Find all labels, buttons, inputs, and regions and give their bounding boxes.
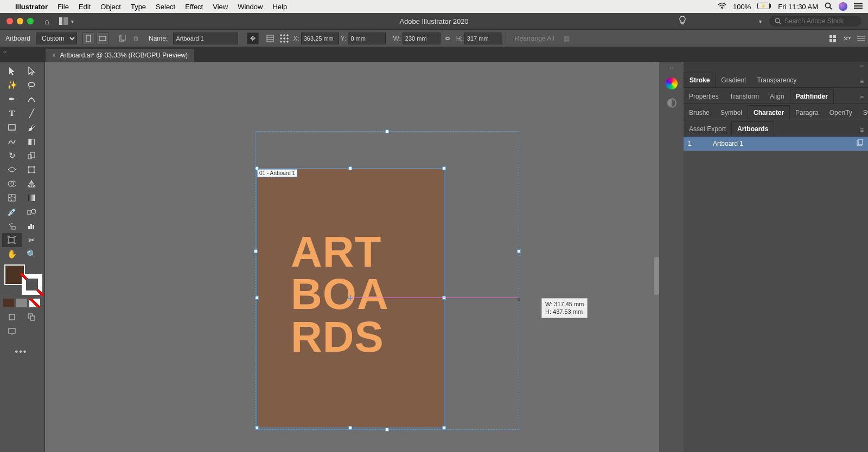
- hand-tool[interactable]: ✋: [2, 247, 22, 261]
- tab-align[interactable]: Align: [764, 89, 790, 104]
- tab-transform[interactable]: Transform: [724, 89, 764, 104]
- tab-symbols[interactable]: Symbol: [715, 105, 748, 120]
- canvas-scrollbar-thumb[interactable]: [654, 257, 659, 295]
- artboard-preset-select[interactable]: Custom: [36, 33, 77, 44]
- align-pixel-grid-icon[interactable]: [827, 33, 839, 44]
- rotate-tool[interactable]: ↻: [2, 148, 22, 163]
- gradient-mode-button[interactable]: [16, 299, 27, 307]
- menu-object[interactable]: Object: [100, 3, 121, 11]
- tab-artboards[interactable]: Artboards: [731, 121, 774, 136]
- stroke-swatch[interactable]: [22, 274, 42, 295]
- menu-file[interactable]: File: [58, 3, 69, 11]
- new-artboard-button[interactable]: [116, 33, 128, 44]
- panel-menu-icon[interactable]: ≡: [856, 92, 868, 104]
- x-input[interactable]: [301, 33, 339, 44]
- menu-effect[interactable]: Effect: [185, 3, 203, 11]
- color-panel-icon[interactable]: [665, 76, 679, 91]
- artboard-tool[interactable]: [2, 233, 22, 247]
- tab-stroke[interactable]: Stroke: [684, 73, 716, 87]
- y-input[interactable]: [348, 33, 386, 44]
- tab-paragraph[interactable]: Paragra: [790, 105, 824, 120]
- close-window-button[interactable]: [7, 18, 13, 24]
- blend-tool[interactable]: [22, 205, 41, 219]
- slice-tool[interactable]: ✂: [22, 233, 41, 247]
- close-tab-icon[interactable]: ×: [52, 52, 55, 59]
- panels-collapse-icon[interactable]: ››: [684, 62, 868, 72]
- fill-stroke-swatches[interactable]: [4, 264, 42, 295]
- none-mode-button[interactable]: [29, 299, 40, 307]
- color-guide-panel-icon[interactable]: [665, 96, 679, 110]
- minimize-window-button[interactable]: [17, 18, 23, 24]
- fullscreen-window-button[interactable]: [27, 18, 34, 24]
- lasso-tool[interactable]: [22, 78, 41, 92]
- tab-opentype[interactable]: OpenTy: [824, 105, 858, 120]
- discover-icon[interactable]: [678, 16, 687, 27]
- reference-point-button[interactable]: [278, 33, 290, 44]
- zoom-tool[interactable]: 🔍: [22, 247, 41, 261]
- arrange-chevron-icon[interactable]: ▾: [71, 18, 74, 24]
- stock-search[interactable]: [769, 16, 861, 27]
- delete-artboard-button[interactable]: 🗑: [130, 33, 142, 44]
- shaper-tool[interactable]: [2, 134, 22, 148]
- h-input[interactable]: [464, 33, 502, 44]
- move-artwork-toggle[interactable]: ✥: [247, 33, 259, 44]
- perspective-grid-tool[interactable]: [22, 177, 41, 191]
- menu-type[interactable]: Type: [131, 3, 146, 11]
- menu-app-name[interactable]: Illustrator: [15, 3, 48, 11]
- tab-brushes[interactable]: Brushe: [684, 105, 715, 120]
- tab-properties[interactable]: Properties: [684, 89, 724, 104]
- draw-behind-button[interactable]: [22, 310, 41, 324]
- rearrange-button[interactable]: Rearrange All: [509, 35, 560, 42]
- pen-tool[interactable]: ✒: [2, 92, 22, 106]
- tab-swatches[interactable]: Swatche: [858, 105, 868, 120]
- artboard-options-icon[interactable]: [856, 139, 864, 148]
- dock-expand-icon[interactable]: ‹‹: [669, 65, 673, 71]
- edit-toolbar-button[interactable]: •••: [2, 347, 40, 357]
- tab-asset-export[interactable]: Asset Export: [684, 121, 731, 136]
- home-icon[interactable]: ⌂: [44, 17, 49, 26]
- orientation-landscape-button[interactable]: [97, 33, 108, 44]
- w-input[interactable]: [403, 33, 441, 44]
- rectangle-tool[interactable]: [2, 120, 22, 134]
- draw-normal-button[interactable]: [2, 310, 22, 324]
- rearrange-grid-icon[interactable]: ▦: [561, 33, 573, 44]
- paintbrush-tool[interactable]: 🖌: [22, 120, 41, 134]
- panel-menu-icon[interactable]: [855, 33, 867, 44]
- stock-search-input[interactable]: [784, 17, 855, 25]
- panel-menu-icon[interactable]: ≡: [856, 75, 868, 87]
- menu-edit[interactable]: Edit: [79, 3, 91, 11]
- arrange-documents-icon[interactable]: [59, 17, 68, 25]
- magic-wand-tool[interactable]: ✨: [2, 78, 22, 92]
- artboard-options-button[interactable]: [264, 33, 276, 44]
- scale-tool[interactable]: [22, 148, 41, 163]
- eyedropper-tool[interactable]: 💉: [2, 205, 22, 219]
- document-tab[interactable]: × Artboard.ai* @ 33.33% (RGB/GPU Preview…: [46, 49, 194, 62]
- tab-character[interactable]: Character: [748, 105, 790, 120]
- artboard-list-row[interactable]: 1 Artboard 1: [684, 137, 868, 151]
- column-graph-tool[interactable]: [22, 219, 41, 233]
- width-tool[interactable]: [2, 163, 22, 177]
- line-tool[interactable]: ╱: [22, 106, 41, 120]
- selection-tool[interactable]: [2, 64, 22, 78]
- toolbar-expand-icon[interactable]: ‹‹: [3, 49, 7, 55]
- free-transform-tool[interactable]: [22, 163, 41, 177]
- link-wh-toggle[interactable]: [442, 33, 454, 44]
- menu-window[interactable]: Window: [238, 3, 263, 11]
- symbol-sprayer-tool[interactable]: [2, 219, 22, 233]
- panel-menu-icon[interactable]: ≡: [856, 124, 868, 136]
- orientation-portrait-button[interactable]: [82, 33, 94, 44]
- tab-pathfinder[interactable]: Pathfinder: [790, 89, 834, 104]
- menu-select[interactable]: Select: [156, 3, 175, 11]
- tab-gradient[interactable]: Gradient: [716, 73, 751, 87]
- shape-builder-tool[interactable]: [2, 177, 22, 191]
- color-mode-button[interactable]: [3, 299, 14, 307]
- gradient-tool[interactable]: [22, 191, 41, 205]
- screen-mode-button[interactable]: [2, 324, 22, 338]
- tab-transparency[interactable]: Transparency: [751, 73, 802, 87]
- menu-help[interactable]: Help: [272, 3, 287, 11]
- mesh-tool[interactable]: [2, 191, 22, 205]
- transform-each-icon[interactable]: ⤱▾: [841, 33, 853, 44]
- canvas[interactable]: 01 - Artboard 1 ART BOA RDS × W: 317.45 …: [45, 62, 659, 452]
- direct-selection-tool[interactable]: [22, 64, 41, 78]
- eraser-tool[interactable]: ◧: [22, 134, 41, 148]
